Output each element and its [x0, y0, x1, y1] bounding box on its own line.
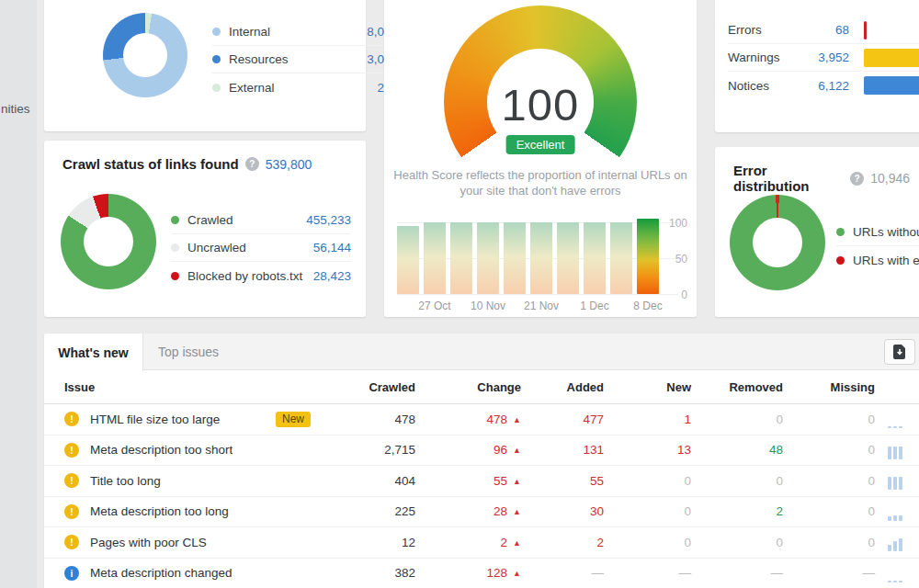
issue-label-link[interactable]: Meta description changed — [90, 566, 233, 580]
history-bar[interactable] — [557, 222, 579, 294]
cell-added: 30 — [521, 504, 604, 518]
row-sparkline — [875, 564, 919, 582]
legend-row-resources: Resources 3,058 — [212, 46, 398, 74]
cell-new: 0 — [604, 504, 691, 518]
links-legend: Internal 8,065 Resources 3,058 External … — [212, 18, 398, 101]
crawl-total-link[interactable]: 539,800 — [266, 157, 312, 172]
severity-row-notices: Notices 6,122 — [728, 72, 919, 99]
with-errors-dot-icon — [836, 256, 845, 265]
severity-label: Notices — [728, 79, 798, 93]
column-header-added: Added — [521, 380, 604, 394]
cell-missing: 0 — [783, 413, 875, 426]
legend-value-link[interactable]: 455,233 — [306, 213, 351, 227]
cell-crawled: 382 — [323, 566, 415, 580]
info-icon: i — [64, 566, 79, 581]
cell-change: 96 — [494, 443, 507, 457]
history-bar[interactable] — [610, 222, 632, 294]
severity-value-link[interactable]: 3,952 — [798, 51, 849, 64]
cell-missing: — — [783, 566, 875, 580]
cell-missing: 0 — [783, 536, 875, 549]
card-title: Crawl status of links found — [62, 156, 239, 172]
issue-label-link[interactable]: Pages with poor CLS — [90, 536, 207, 549]
cell-new: 0 — [604, 536, 691, 549]
issue-label-link[interactable]: Title too long — [90, 474, 161, 488]
column-header-issue: Issue — [44, 380, 323, 394]
legend-label: Resources — [229, 52, 367, 66]
y-axis-label-50: 50 — [675, 253, 687, 266]
uncrawled-dot-icon — [171, 243, 179, 252]
issue-row[interactable]: ! Meta description too long 225 28▲ 30 0… — [44, 497, 919, 528]
history-bar[interactable] — [477, 222, 499, 294]
internal-dot-icon — [212, 28, 221, 36]
cell-removed: 0 — [691, 413, 783, 426]
issue-label-link[interactable]: HTML file size too large — [90, 413, 220, 426]
cell-change: 128 — [487, 566, 508, 580]
legend-value-link[interactable]: 56,144 — [313, 241, 351, 254]
history-bar-current[interactable] — [637, 219, 659, 294]
column-header-new: New — [604, 380, 691, 394]
issue-row[interactable]: i Meta description changed 382 128▲ — — … — [44, 559, 919, 588]
issues-tabstrip: What's new Top issues — [44, 334, 919, 370]
legend-label: External — [229, 81, 377, 95]
x-axis-label: 10 Nov — [471, 300, 505, 312]
legend-row-uncrawled: Uncrawled 56,144 — [171, 234, 351, 262]
issue-row[interactable]: ! Meta description too short 2,715 96▲ 1… — [44, 435, 919, 467]
blocked-dot-icon — [171, 272, 179, 280]
export-button[interactable] — [884, 339, 915, 365]
error-distribution-donut-chart — [730, 195, 825, 290]
warnings-bar — [864, 49, 919, 67]
new-badge: New — [276, 412, 311, 427]
severity-row-errors: Errors 68 — [728, 17, 919, 44]
issue-label-link[interactable]: Meta description too short — [90, 443, 233, 457]
severity-value-link[interactable]: 68 — [798, 23, 849, 37]
warning-icon: ! — [64, 412, 79, 426]
cell-removed: 2 — [691, 504, 783, 518]
legend-value-link[interactable]: 28,423 — [313, 269, 351, 283]
row-sparkline — [875, 410, 919, 428]
cell-removed: — — [691, 566, 783, 580]
severity-value-link[interactable]: 6,122 — [798, 79, 849, 93]
crawl-status-legend: Crawled 455,233 Uncrawled 56,144 Blocked… — [171, 207, 351, 289]
column-header-crawled: Crawled — [323, 380, 415, 394]
cell-change: 55 — [494, 474, 507, 488]
up-triangle-icon: ▲ — [513, 446, 521, 455]
legend-row-with-errors: URLs with errors — [836, 246, 919, 274]
tab-whats-new[interactable]: What's new — [44, 334, 143, 371]
severity-summary-card: Errors 68 Warnings 3,952 Notices 6,122 — [715, 0, 919, 132]
history-bar[interactable] — [397, 226, 419, 294]
y-axis-label-100: 100 — [669, 217, 687, 230]
help-icon[interactable]: ? — [245, 157, 259, 171]
card-title: Error distribution — [733, 163, 844, 194]
legend-label: Internal — [229, 25, 367, 39]
cell-change: 2 — [501, 536, 508, 549]
history-bar[interactable] — [424, 222, 446, 294]
up-triangle-icon: ▲ — [513, 538, 521, 548]
x-axis-label: 1 Dec — [580, 300, 608, 312]
cell-missing: 0 — [783, 504, 875, 518]
row-sparkline — [875, 533, 919, 551]
history-bar[interactable] — [450, 222, 472, 294]
resources-dot-icon — [212, 55, 221, 63]
up-triangle-icon: ▲ — [513, 507, 521, 516]
issue-row[interactable]: ! HTML file size too large New 478 478▲ … — [44, 404, 919, 435]
help-icon[interactable]: ? — [850, 172, 864, 186]
legend-row-crawled: Crawled 455,233 — [171, 207, 351, 234]
warning-icon: ! — [64, 473, 79, 488]
cell-crawled: 2,715 — [323, 443, 415, 457]
history-bar[interactable] — [504, 222, 526, 294]
tab-top-issues[interactable]: Top issues — [143, 334, 233, 370]
sidebar-item-opportunities-partial[interactable]: nities — [1, 102, 30, 116]
site-audit-dashboard: nities Internal 8,065 Resources 3,058 Ex… — [0, 0, 919, 588]
history-bar[interactable] — [530, 222, 552, 294]
no-errors-dot-icon — [836, 228, 845, 236]
issue-label-link[interactable]: Meta description too long — [90, 504, 229, 518]
cell-crawled: 12 — [323, 536, 415, 549]
health-score-card: 100 Excellent Health Score reflects the … — [384, 0, 697, 317]
issue-row[interactable]: ! Pages with poor CLS 12 2▲ 2 0 0 0 — [44, 527, 919, 559]
cell-removed: 48 — [691, 443, 783, 457]
health-history-chart: 100 50 0 27 Oct 10 Nov 21 Nov 1 Dec 8 De… — [384, 0, 697, 317]
notices-bar — [864, 76, 919, 95]
legend-label: Uncrawled — [187, 241, 313, 254]
issue-row[interactable]: ! Title too long 404 55▲ 55 0 0 0 — [44, 466, 919, 497]
history-bar[interactable] — [584, 222, 606, 294]
